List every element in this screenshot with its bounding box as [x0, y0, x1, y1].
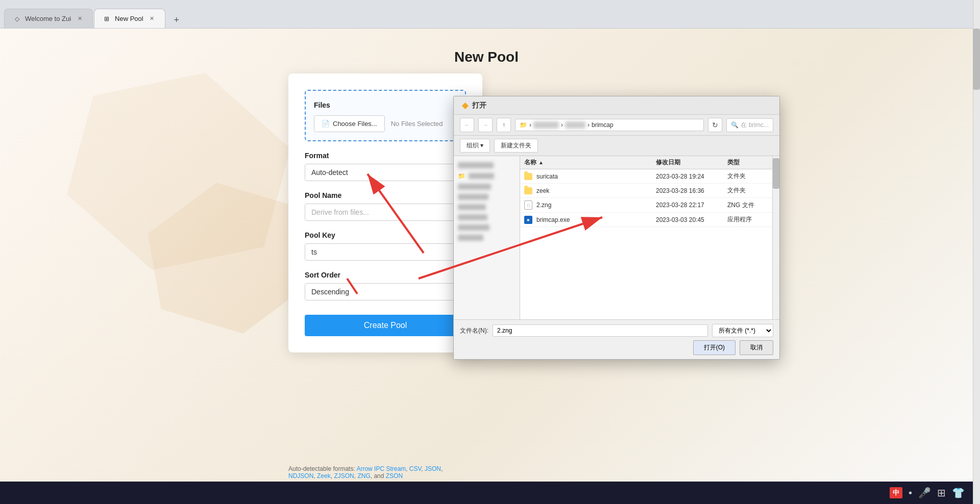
tree-item-7[interactable]	[454, 222, 520, 233]
format-link-csv[interactable]: CSV	[409, 465, 422, 472]
file-list-header: 名称 ▲ 修改日期 类型	[520, 156, 772, 169]
zng-file-icon: □	[524, 200, 532, 210]
tab-welcome[interactable]: ◇ Welcome to Zui ✕	[4, 9, 93, 28]
file-list-container: 名称 ▲ 修改日期 类型 suricata	[520, 156, 772, 319]
taskbar-lang-badge[interactable]: 中	[890, 487, 902, 498]
forward-button[interactable]: →	[478, 118, 493, 132]
sort-icon: ▲	[538, 160, 544, 165]
dialog-body: 📁	[454, 156, 779, 319]
choose-files-button[interactable]: 📄 Choose Files...	[314, 115, 385, 132]
col-name: 名称 ▲	[524, 158, 656, 167]
format-select[interactable]: Auto-detect	[305, 164, 466, 181]
taskbar: 中 • 🎤 ⊞ 👕	[0, 482, 973, 504]
format-link-zjson[interactable]: ZJSON	[334, 472, 354, 480]
tab-new-pool[interactable]: ⊞ New Pool ✕	[94, 9, 165, 28]
welcome-tab-close[interactable]: ✕	[75, 14, 84, 23]
file-item-2zng[interactable]: □ 2.zng 2023-03-28 22:17 ZNG 文件	[520, 198, 772, 213]
exe-file-icon: ▣	[524, 216, 532, 224]
new-pool-tab-icon: ⊞	[103, 15, 111, 23]
file-name-brimcap: ▣ brimcap.exe	[524, 216, 656, 224]
filename-input[interactable]	[493, 324, 708, 337]
path-breadcrumb: 📁 › › › brimcap	[515, 119, 704, 131]
folder-icon-suricata	[524, 173, 532, 180]
pool-name-section: Pool Name	[305, 191, 466, 221]
file-item-zeek[interactable]: zeek 2023-03-28 16:36 文件夹	[520, 184, 772, 198]
refresh-button[interactable]: ↻	[708, 118, 722, 132]
organize-button[interactable]: 组织 ▾	[460, 139, 490, 153]
col-type: 类型	[727, 158, 768, 167]
welcome-tab-icon: ◇	[13, 15, 21, 23]
format-section: Format Auto-detect	[305, 152, 466, 181]
pool-key-input[interactable]	[305, 243, 466, 261]
file-list: suricata 2023-03-28 19:24 文件夹 zeek 2023-…	[520, 169, 772, 319]
sidebar-tree: 📁	[454, 156, 520, 319]
dialog-actions: 组织 ▾ 新建文件夹	[454, 136, 779, 156]
breadcrumb-separator-1: ›	[529, 121, 531, 129]
tree-item-3[interactable]	[454, 182, 520, 192]
format-link-arrow[interactable]: Arrow IPC Stream	[356, 465, 406, 472]
cancel-button[interactable]: 取消	[740, 340, 773, 355]
page-content: New Pool Files 📄 Choose Files... No File…	[0, 29, 973, 504]
dialog-titlebar: ◆ 打开	[454, 96, 779, 115]
taskbar-icon-1[interactable]: •	[909, 487, 912, 499]
create-pool-button[interactable]: Create Pool	[305, 315, 466, 336]
format-link-json[interactable]: JSON	[425, 465, 441, 472]
tree-item-2[interactable]: 📁	[454, 170, 520, 182]
taskbar-icon-2[interactable]: 🎤	[918, 487, 931, 499]
tree-item-1[interactable]	[454, 160, 520, 170]
tree-item-4[interactable]	[454, 192, 520, 202]
format-label: Format	[305, 152, 466, 160]
new-folder-button[interactable]: 新建文件夹	[494, 139, 538, 153]
browser-scrollbar[interactable]	[973, 0, 980, 504]
dialog-toolbar: ← → ↑ 📁 › › › brimcap ↻ 🔍 在 brimc...	[454, 115, 779, 136]
up-button[interactable]: ↑	[497, 118, 511, 132]
breadcrumb-blurred-2	[565, 121, 585, 129]
col-date: 修改日期	[656, 158, 727, 167]
file-item-brimcap[interactable]: ▣ brimcap.exe 2023-03-03 20:45 应用程序	[520, 213, 772, 227]
files-section: Files 📄 Choose Files... No Files Selecte…	[305, 90, 466, 141]
scrollbar-thumb	[973, 29, 980, 90]
tree-item-8[interactable]	[454, 233, 520, 243]
no-files-text: No Files Selected	[391, 120, 443, 128]
new-pool-tab-close[interactable]: ✕	[148, 14, 157, 23]
file-dialog: ◆ 打开 ← → ↑ 📁 › › › brimcap ↻ 🔍 在 brimc..…	[453, 96, 780, 360]
file-doc-icon: 📄	[322, 120, 330, 128]
new-pool-tab-label: New Pool	[115, 15, 143, 22]
taskbar-icon-4[interactable]: 👕	[952, 487, 965, 499]
filename-label: 文件名(N):	[460, 326, 488, 335]
sort-order-select[interactable]: Descending Ascending	[305, 283, 466, 300]
sort-order-label: Sort Order	[305, 271, 466, 279]
search-placeholder-text: 在 brimc...	[741, 121, 769, 130]
format-link-zeek[interactable]: Zeek	[317, 472, 331, 480]
pool-name-input[interactable]	[305, 204, 466, 221]
tree-item-6[interactable]	[454, 212, 520, 222]
formats-info: Auto-detectable formats: Arrow IPC Strea…	[288, 465, 482, 480]
file-name-zeek: zeek	[524, 187, 656, 194]
file-name-2zng: □ 2.zng	[524, 200, 656, 210]
dialog-scroll-thumb	[773, 158, 779, 189]
tree-item-5[interactable]	[454, 202, 520, 212]
back-button[interactable]: ←	[460, 118, 474, 132]
format-link-ndjson[interactable]: NDJSON	[288, 472, 313, 480]
pool-key-label: Pool Key	[305, 231, 466, 239]
format-link-zson[interactable]: ZSON	[386, 472, 403, 480]
breadcrumb-part-1: 📁	[520, 121, 527, 129]
dialog-title: ◆ 打开	[462, 100, 486, 110]
search-icon: 🔍	[731, 121, 739, 129]
files-label: Files	[314, 101, 457, 109]
page-title: New Pool	[0, 29, 973, 65]
browser-chrome: ◇ Welcome to Zui ✕ ⊞ New Pool ✕ +	[0, 0, 980, 29]
footer-buttons: 打开(O) 取消	[460, 340, 773, 355]
file-name-suricata: suricata	[524, 173, 656, 180]
dialog-title-icon: ◆	[462, 100, 468, 110]
taskbar-icon-3[interactable]: ⊞	[937, 487, 946, 499]
file-item-suricata[interactable]: suricata 2023-03-28 19:24 文件夹	[520, 169, 772, 184]
filetype-select[interactable]: 所有文件 (*.*)	[712, 324, 773, 337]
welcome-tab-label: Welcome to Zui	[25, 15, 71, 22]
sort-order-section: Sort Order Descending Ascending	[305, 271, 466, 300]
dialog-scrollbar[interactable]	[772, 156, 779, 319]
open-button[interactable]: 打开(O)	[693, 340, 736, 355]
files-row: 📄 Choose Files... No Files Selected	[314, 115, 457, 132]
new-tab-button[interactable]: +	[168, 12, 185, 28]
format-link-zng[interactable]: ZNG	[357, 472, 370, 480]
